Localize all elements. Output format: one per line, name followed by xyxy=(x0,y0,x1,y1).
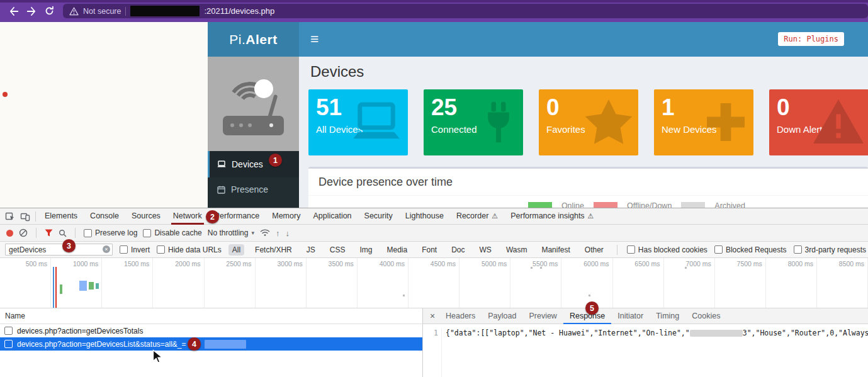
tab-console[interactable]: Console xyxy=(84,208,125,225)
third-party-requests-checkbox[interactable]: 3rd-party requests xyxy=(794,245,866,254)
throttling-dropdown[interactable]: No throttling ▾ xyxy=(208,228,254,237)
legend-label-offline: Offline/Down xyxy=(627,201,672,208)
sidebar-item-devices[interactable]: Devices xyxy=(208,151,299,177)
invert-checkbox[interactable]: Invert xyxy=(120,245,150,254)
detail-tab-initiator[interactable]: Initiator xyxy=(611,308,650,324)
request-name: devices.php?action=getDevicesList&status… xyxy=(17,340,186,349)
preserve-log-checkbox[interactable]: Preserve log xyxy=(84,228,137,237)
third-party-requests-label: 3rd-party requests xyxy=(805,245,866,254)
mouse-cursor xyxy=(152,349,164,367)
magnifier-lens-icon xyxy=(254,79,273,98)
filter-pill-wasm[interactable]: Wasm xyxy=(502,244,531,256)
tab-sources[interactable]: Sources xyxy=(125,208,167,225)
annotation-badge-3: 3 xyxy=(62,239,76,252)
detail-tab-cookies[interactable]: Cookies xyxy=(685,308,726,324)
checkbox[interactable] xyxy=(794,245,802,254)
network-conditions-wifi-icon[interactable] xyxy=(260,229,270,237)
divider xyxy=(36,228,37,238)
filter-pill-doc[interactable]: Doc xyxy=(448,244,468,256)
filter-pill-css[interactable]: CSS xyxy=(326,244,349,256)
preserve-log-label: Preserve log xyxy=(95,228,137,237)
inspect-element-icon[interactable] xyxy=(3,209,18,224)
tab-elements[interactable]: Elements xyxy=(38,208,84,225)
page-background xyxy=(0,22,208,208)
checkbox[interactable] xyxy=(157,245,165,254)
record-button[interactable] xyxy=(6,230,13,237)
filter-pill-font[interactable]: Font xyxy=(418,244,441,256)
hamburger-menu-icon[interactable]: ≡ xyxy=(310,30,318,48)
device-toolbar-icon[interactable] xyxy=(18,209,33,224)
network-filter-bar: × Invert Hide data URLs All Fetch/XHR JS… xyxy=(0,242,868,258)
response-prefix: {"data":[["laptop","Net - Huawei","Inter… xyxy=(446,329,690,337)
detail-tab-preview[interactable]: Preview xyxy=(522,308,563,324)
detail-tab-timing[interactable]: Timing xyxy=(650,308,685,324)
network-overview-timeline[interactable]: 500 ms 1000 ms 1500 ms 2000 ms 2500 ms 3… xyxy=(0,258,868,308)
blocked-requests-checkbox[interactable]: Blocked Requests xyxy=(714,245,787,254)
request-row-get-devices-list[interactable]: devices.php?action=getDevicesList&status… xyxy=(0,337,422,351)
tab-application[interactable]: Application xyxy=(307,208,358,225)
timeline-label: 2000 ms xyxy=(153,258,204,308)
sidebar-item-presence[interactable]: Presence xyxy=(208,177,299,201)
timeline-label: 1500 ms xyxy=(102,258,153,308)
refresh-button[interactable] xyxy=(40,3,58,20)
card-connected[interactable]: 25 Connected xyxy=(424,89,523,155)
checkbox[interactable] xyxy=(120,245,128,254)
tab-security[interactable]: Security xyxy=(358,208,399,225)
checkbox[interactable] xyxy=(4,340,13,348)
address-bar[interactable]: Not secure :20211/devices.php xyxy=(63,4,868,18)
tab-lighthouse[interactable]: Lighthouse xyxy=(399,208,450,225)
clear-icon[interactable] xyxy=(19,228,28,237)
card-favorites[interactable]: 0 Favorites xyxy=(539,89,638,155)
tab-network[interactable]: Network xyxy=(167,208,208,225)
filter-pill-all[interactable]: All xyxy=(228,244,244,256)
filter-pill-js[interactable]: JS xyxy=(303,244,319,256)
checkbox[interactable] xyxy=(4,327,13,335)
filter-pill-ws[interactable]: WS xyxy=(476,244,495,256)
warning-icon: ⚠ xyxy=(492,212,498,220)
request-list-header-name[interactable]: Name xyxy=(0,308,422,324)
card-new-devices[interactable]: 1 New Devices xyxy=(654,89,753,155)
presence-panel: Device presence over time Online Offline… xyxy=(308,167,868,208)
brand-logo[interactable]: Pi.Alert xyxy=(208,22,299,57)
router-icon xyxy=(223,116,284,135)
filter-input[interactable] xyxy=(5,244,113,256)
checkbox[interactable] xyxy=(714,245,723,254)
forward-button[interactable] xyxy=(23,3,40,20)
response-body[interactable]: 1 {"data":[["laptop","Net - Huawei","Int… xyxy=(423,324,868,377)
clear-filter-icon[interactable]: × xyxy=(103,245,110,253)
search-icon[interactable] xyxy=(59,229,67,237)
divider xyxy=(75,228,76,238)
has-blocked-cookies-checkbox[interactable]: Has blocked cookies xyxy=(627,245,707,254)
run-plugins-button[interactable]: Run: Plugins xyxy=(778,32,844,46)
hide-data-urls-checkbox[interactable]: Hide data URLs xyxy=(157,245,222,254)
filter-funnel-icon[interactable] xyxy=(45,229,53,237)
card-down-alerts[interactable]: 0 Down Alerts xyxy=(769,89,868,155)
back-button[interactable] xyxy=(5,3,23,20)
card-all-devices[interactable]: 51 All Devices xyxy=(308,89,408,155)
tab-recorder[interactable]: Recorder⚠ xyxy=(450,208,504,225)
timeline-label: 8000 ms xyxy=(766,258,817,308)
tab-memory[interactable]: Memory xyxy=(266,208,307,225)
detail-tab-headers[interactable]: Headers xyxy=(439,308,482,324)
line-number: 1 xyxy=(423,329,442,377)
filter-pill-media[interactable]: Media xyxy=(383,244,411,256)
checkbox[interactable] xyxy=(627,245,635,254)
detail-tab-payload[interactable]: Payload xyxy=(482,308,522,324)
checkbox[interactable] xyxy=(84,229,92,237)
filter-pill-fetch-xhr[interactable]: Fetch/XHR xyxy=(251,244,296,256)
export-har-icon[interactable]: ↓ xyxy=(285,228,290,238)
checkbox[interactable] xyxy=(143,229,151,237)
star-icon xyxy=(584,99,633,149)
request-row-get-devices-totals[interactable]: devices.php?action=getDevicesTotals xyxy=(0,324,422,337)
close-icon[interactable]: × xyxy=(426,311,439,321)
tab-performance-insights[interactable]: Performance insights⚠ xyxy=(504,208,600,225)
filter-pill-other[interactable]: Other xyxy=(581,244,607,256)
import-har-icon[interactable]: ↑ xyxy=(276,228,280,238)
timeline-label: 7000 ms xyxy=(664,258,715,308)
pialert-logo-image xyxy=(208,57,299,151)
filter-pill-manifest[interactable]: Manifest xyxy=(538,244,573,256)
disable-cache-checkbox[interactable]: Disable cache xyxy=(143,228,201,237)
filter-pill-img[interactable]: Img xyxy=(356,244,376,256)
annotation-badge-2: 2 xyxy=(206,210,219,223)
presence-panel-title: Device presence over time xyxy=(308,169,868,196)
